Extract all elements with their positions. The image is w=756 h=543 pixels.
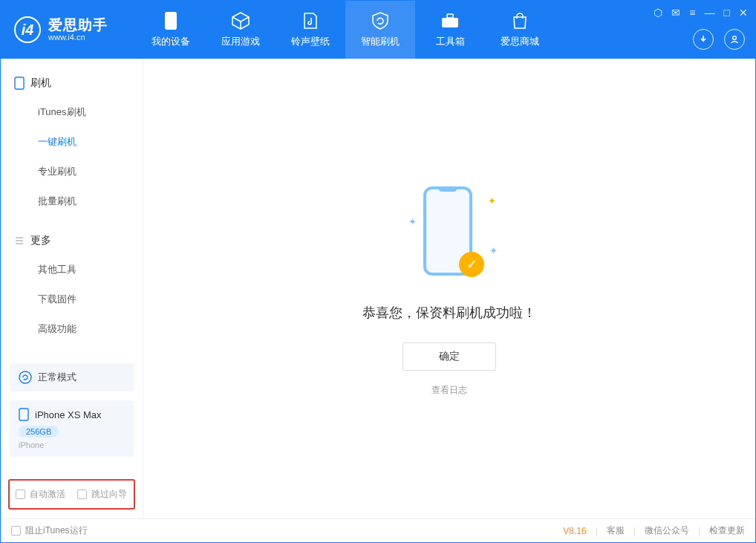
view-log-link[interactable]: 查看日志 (431, 384, 467, 397)
device-card[interactable]: iPhone XS Max 256GB iPhone (10, 400, 134, 457)
shirt-icon[interactable]: ⬡ (654, 7, 662, 19)
sidebar-item-advanced[interactable]: 高级功能 (1, 314, 143, 344)
nav-apps-games[interactable]: 应用游戏 (206, 1, 276, 59)
checkbox-icon (16, 490, 25, 499)
menu-icon[interactable]: ≡ (689, 7, 695, 19)
sidebar-item-one-click-flash[interactable]: 一键刷机 (1, 127, 143, 157)
title-bar: i4 爱思助手 www.i4.cn 我的设备 应用游戏 铃声壁纸 智能刷机 (1, 1, 755, 59)
mode-status[interactable]: 正常模式 (10, 363, 134, 391)
close-icon[interactable]: ✕ (739, 7, 748, 19)
svg-rect-0 (165, 12, 177, 30)
toolbox-icon (440, 11, 460, 30)
bag-icon (510, 11, 529, 30)
sidebar-item-batch-flash[interactable]: 批量刷机 (1, 186, 143, 216)
checkbox-icon (11, 526, 21, 536)
list-icon (14, 235, 25, 246)
sidebar-header-more: 更多 (1, 230, 143, 255)
sparkle-icon: ✦ (489, 245, 498, 256)
nav-smart-flash[interactable]: 智能刷机 (345, 1, 415, 59)
main-content: ✦ ✦ ✦ ✓ 恭喜您，保资料刷机成功啦！ 确定 查看日志 (143, 59, 755, 518)
sidebar: 刷机 iTunes刷机 一键刷机 专业刷机 批量刷机 更多 其他工具 下载固件 … (1, 59, 143, 518)
top-nav: 我的设备 应用游戏 铃声壁纸 智能刷机 工具箱 爱思商城 (136, 1, 555, 59)
feedback-icon[interactable]: ✉ (671, 7, 680, 19)
nav-toolbox[interactable]: 工具箱 (415, 1, 485, 59)
shield-sync-icon (371, 11, 390, 30)
check-update-link[interactable]: 检查更新 (709, 524, 745, 537)
svg-rect-6 (19, 409, 28, 420)
checkbox-auto-activate[interactable]: 自动激活 (16, 488, 65, 501)
device-type-label: iPhone (19, 440, 125, 449)
maximize-icon[interactable]: □ (724, 7, 730, 19)
sidebar-item-download-fw[interactable]: 下载固件 (1, 284, 143, 314)
success-illustration: ✦ ✦ ✦ ✓ (401, 181, 498, 284)
logo-icon: i4 (14, 16, 41, 43)
app-logo: i4 爱思助手 www.i4.cn (1, 16, 121, 43)
music-file-icon (301, 11, 320, 30)
status-bar: 阻止iTunes运行 V8.16 | 客服 | 微信公众号 | 检查更新 (1, 518, 755, 542)
wechat-link[interactable]: 微信公众号 (645, 524, 689, 537)
device-icon (14, 77, 25, 90)
window-controls: ⬡ ✉ ≡ — □ ✕ (654, 7, 748, 19)
svg-point-5 (19, 371, 31, 383)
svg-point-3 (733, 36, 737, 40)
checkmark-badge-icon: ✓ (459, 252, 484, 277)
nav-ring-wallpaper[interactable]: 铃声壁纸 (276, 1, 345, 59)
checkbox-icon (77, 490, 87, 499)
ok-button[interactable]: 确定 (403, 342, 496, 371)
app-url: www.i4.cn (48, 33, 108, 42)
user-icon (729, 34, 740, 45)
download-button[interactable] (693, 29, 714, 50)
support-link[interactable]: 客服 (607, 524, 625, 537)
options-highlight-box: 自动激活 跳过向导 (8, 479, 135, 510)
download-icon (698, 34, 708, 45)
sidebar-header-flash: 刷机 (1, 72, 143, 97)
device-storage-badge: 256GB (19, 426, 59, 438)
checkbox-skip-guide[interactable]: 跳过向导 (77, 488, 127, 501)
success-message: 恭喜您，保资料刷机成功啦！ (362, 304, 536, 322)
svg-rect-2 (447, 14, 453, 18)
phone-icon (161, 11, 180, 30)
app-name: 爱思助手 (48, 18, 108, 33)
sparkle-icon: ✦ (488, 195, 496, 207)
sidebar-item-other-tools[interactable]: 其他工具 (1, 255, 143, 284)
version-label: V8.16 (563, 526, 586, 536)
cube-icon (231, 11, 250, 30)
device-name-label: iPhone XS Max (35, 409, 102, 420)
phone-small-icon (19, 408, 29, 421)
svg-rect-4 (15, 77, 24, 89)
sidebar-item-pro-flash[interactable]: 专业刷机 (1, 157, 143, 186)
user-button[interactable] (724, 29, 745, 50)
nav-my-device[interactable]: 我的设备 (136, 1, 206, 59)
svg-rect-1 (442, 18, 458, 27)
nav-store[interactable]: 爱思商城 (485, 1, 555, 59)
sparkle-icon: ✦ (408, 216, 417, 227)
checkbox-block-itunes[interactable]: 阻止iTunes运行 (11, 524, 88, 537)
sidebar-item-itunes-flash[interactable]: iTunes刷机 (1, 97, 143, 127)
minimize-icon[interactable]: — (705, 7, 715, 19)
sync-icon (19, 371, 32, 384)
